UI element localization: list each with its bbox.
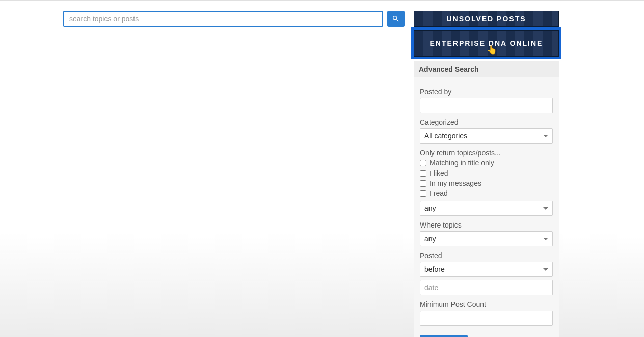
i-read-label: I read	[430, 189, 448, 198]
in-my-messages-checkbox[interactable]	[420, 180, 426, 187]
unsolved-posts-banner[interactable]: UNSOLVED POSTS	[414, 11, 559, 27]
categorized-label: Categorized	[420, 118, 553, 126]
date-input[interactable]	[420, 280, 553, 295]
min-post-count-label: Minimum Post Count	[420, 300, 553, 308]
filter-any-select[interactable]: any	[420, 201, 553, 216]
matching-title-label: Matching in title only	[430, 159, 494, 167]
categorized-value: All categories	[424, 132, 467, 140]
advanced-search-panel: Posted by Categorized All categories Onl…	[414, 77, 559, 337]
min-post-count-input[interactable]	[420, 311, 553, 326]
advanced-search-header: Advanced Search	[414, 61, 559, 77]
filter-any-value: any	[424, 204, 436, 212]
chevron-down-icon	[543, 207, 548, 210]
posted-value: before	[424, 265, 445, 273]
submit-button[interactable]: Submit	[420, 335, 468, 337]
banner-label: ENTERPRISE DNA ONLINE	[430, 39, 543, 47]
matching-title-checkbox[interactable]	[420, 160, 426, 166]
only-return-header: Only return topics/posts...	[420, 149, 553, 157]
i-read-checkbox[interactable]	[420, 190, 426, 197]
posted-by-input[interactable]	[420, 98, 553, 113]
enterprise-dna-online-banner[interactable]: ENTERPRISE DNA ONLINE 👆	[414, 30, 559, 57]
in-my-messages-label: In my messages	[430, 179, 481, 187]
search-button[interactable]	[387, 11, 405, 27]
i-liked-checkbox[interactable]	[420, 170, 426, 177]
search-input[interactable]	[63, 11, 383, 27]
posted-label: Posted	[420, 251, 553, 260]
posted-select[interactable]: before	[420, 262, 553, 277]
chevron-down-icon	[543, 238, 548, 240]
categorized-select[interactable]: All categories	[420, 128, 553, 144]
posted-by-label: Posted by	[420, 88, 553, 96]
search-icon	[392, 15, 400, 23]
chevron-down-icon	[543, 268, 548, 271]
chevron-down-icon	[543, 135, 548, 137]
where-topics-select[interactable]: any	[420, 231, 553, 246]
i-liked-label: I liked	[430, 169, 448, 177]
where-topics-label: Where topics	[420, 221, 553, 229]
where-topics-value: any	[424, 235, 436, 243]
